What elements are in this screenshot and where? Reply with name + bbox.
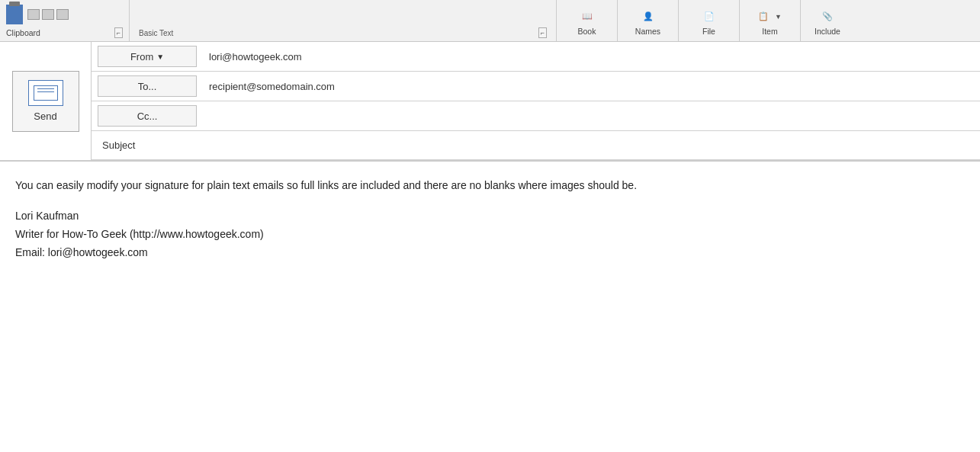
to-input[interactable] xyxy=(203,81,980,92)
clipboard-small-icons xyxy=(27,9,69,20)
include-top: 📎 xyxy=(822,3,833,27)
basic-text-group: Basic Text ⌐ xyxy=(130,0,557,41)
paste-icon xyxy=(6,5,23,24)
cc-row: Cc... xyxy=(92,101,980,131)
format-painter-button[interactable] xyxy=(56,9,69,20)
include-label: Include xyxy=(815,27,840,38)
to-button[interactable]: To... xyxy=(98,75,197,97)
body-text-1: You can easily modify your signature for… xyxy=(15,179,637,191)
book-label: Book xyxy=(578,27,596,38)
to-row: To... xyxy=(92,72,980,101)
file-group: 📄 File xyxy=(679,0,740,41)
to-button-label: To... xyxy=(138,81,157,92)
signature-name: Lori Kaufman xyxy=(15,207,965,226)
from-row: From ▼ lori@howtogeek.com xyxy=(92,42,980,72)
cc-button-label: Cc... xyxy=(137,111,158,122)
item-dropdown-icon[interactable]: ▼ xyxy=(775,13,782,21)
names-group: 👤 Names xyxy=(618,0,679,41)
send-area: Send xyxy=(0,42,92,160)
clipboard-expand-button[interactable]: ⌐ xyxy=(114,27,123,38)
clipboard-label: Clipboard xyxy=(6,28,40,37)
ribbon: Clipboard ⌐ Basic Text ⌐ 📖 Book 👤 Names … xyxy=(0,0,980,42)
email-body[interactable]: You can easily modify your signature for… xyxy=(0,161,980,452)
send-button[interactable]: Send xyxy=(12,71,79,132)
from-dropdown-arrow: ▼ xyxy=(156,53,164,61)
subject-label: Subject xyxy=(92,139,191,151)
file-top: 📄 xyxy=(704,3,715,27)
copy-button[interactable] xyxy=(42,9,54,20)
file-label: File xyxy=(702,27,715,38)
clipboard-group: Clipboard ⌐ xyxy=(0,0,130,41)
paste-button[interactable] xyxy=(6,5,23,24)
book-top: 📖 xyxy=(582,3,593,27)
from-button[interactable]: From ▼ xyxy=(98,46,197,67)
item-group: 📋 ▼ Item xyxy=(740,0,801,41)
send-label: Send xyxy=(34,111,56,122)
subject-row: Subject xyxy=(92,131,980,160)
book-icon[interactable]: 📖 xyxy=(582,11,593,21)
email-header: Send From ▼ lori@howtogeek.com To... xyxy=(0,42,980,161)
names-label: Names xyxy=(635,27,660,38)
cc-button[interactable]: Cc... xyxy=(98,105,197,127)
item-top: 📋 ▼ xyxy=(758,3,782,27)
basic-text-expand-button[interactable]: ⌐ xyxy=(538,27,547,38)
item-label: Item xyxy=(762,27,777,38)
include-icon[interactable]: 📎 xyxy=(822,11,833,21)
send-icon xyxy=(28,80,63,106)
subject-input[interactable] xyxy=(191,139,980,151)
book-group: 📖 Book xyxy=(557,0,618,41)
names-icon[interactable]: 👤 xyxy=(643,11,654,21)
basic-text-bottom: Basic Text ⌐ xyxy=(139,26,547,38)
cut-button[interactable] xyxy=(27,9,40,20)
clipboard-bottom: Clipboard ⌐ xyxy=(6,26,123,38)
cc-input[interactable] xyxy=(203,111,980,122)
email-compose: Send From ▼ lori@howtogeek.com To... xyxy=(0,42,980,452)
basic-text-label: Basic Text xyxy=(139,29,173,37)
names-top: 👤 xyxy=(643,3,654,27)
from-value: lori@howtogeek.com xyxy=(203,51,980,63)
send-icon-inner xyxy=(34,85,58,101)
body-paragraph-1: You can easily modify your signature for… xyxy=(15,177,965,194)
right-sections: 📖 Book 👤 Names 📄 File 📋 ▼ Item � xyxy=(557,0,980,41)
signature-email: Email: lori@howtogeek.com xyxy=(15,244,965,262)
clipboard-top xyxy=(6,3,123,26)
from-button-label: From xyxy=(130,51,153,63)
signature-role: Writer for How-To Geek (http://www.howto… xyxy=(15,226,965,244)
fields-area: From ▼ lori@howtogeek.com To... Cc... xyxy=(92,42,980,160)
item-icon[interactable]: 📋 xyxy=(758,11,769,21)
include-group: 📎 Include xyxy=(801,0,854,41)
basic-text-content xyxy=(139,3,547,26)
file-icon[interactable]: 📄 xyxy=(704,11,715,21)
body-signature: Lori Kaufman Writer for How-To Geek (htt… xyxy=(15,207,965,261)
